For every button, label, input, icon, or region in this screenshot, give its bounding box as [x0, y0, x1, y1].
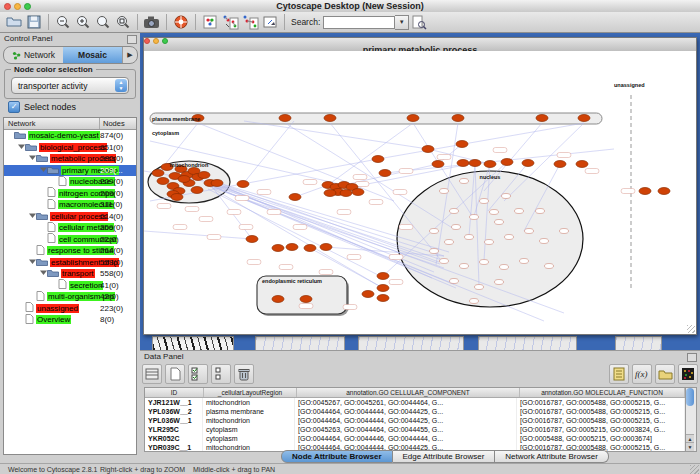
- tab-network-attribute-browser[interactable]: Network Attribute Browser: [495, 450, 608, 463]
- network-node[interactable]: [362, 291, 374, 298]
- network-node[interactable]: [379, 170, 391, 177]
- network-node[interactable]: [324, 115, 336, 122]
- expander-icon[interactable]: [29, 258, 36, 267]
- tab-overflow-arrow[interactable]: ▶: [122, 47, 137, 63]
- network-node[interactable]: [324, 190, 336, 197]
- tree-row-nitrogen-compo[interactable]: nitrogen compo209(0): [4, 188, 136, 200]
- table-col-header[interactable]: ID: [145, 388, 204, 397]
- scroll-down-icon[interactable]: ▼: [686, 442, 694, 451]
- float-panel-icon[interactable]: [127, 35, 137, 44]
- network-node[interactable]: [157, 178, 169, 185]
- zoom-fit-icon[interactable]: [113, 13, 133, 31]
- network-node[interactable]: [452, 225, 461, 230]
- network-node[interactable]: [246, 236, 258, 243]
- network-node[interactable]: [198, 172, 210, 179]
- network-node[interactable]: [560, 229, 569, 234]
- view-minimize-button[interactable]: [153, 38, 159, 44]
- tree-row-cell-communicat[interactable]: cell communicat22(0): [4, 234, 136, 246]
- network-node[interactable]: [536, 209, 545, 214]
- network-node[interactable]: [377, 295, 389, 302]
- network-node[interactable]: [457, 160, 469, 167]
- network-node[interactable]: [300, 296, 312, 303]
- tree-row-transport[interactable]: transport558(0): [4, 268, 136, 280]
- network-node[interactable]: [536, 115, 548, 122]
- network-node[interactable]: [422, 146, 434, 153]
- tree-row-primary-metabo[interactable]: primary metabo209(...: [4, 165, 136, 177]
- tree-row-nucleobase-[interactable]: nucleobase-209(0): [4, 176, 136, 188]
- zoom-button[interactable]: [24, 3, 31, 10]
- region-plasma-membrane[interactable]: [150, 113, 602, 124]
- network-node[interactable]: [495, 220, 504, 225]
- search-input[interactable]: [323, 16, 395, 29]
- tree-row-overview[interactable]: Overview8(0): [4, 314, 136, 326]
- tree-row-mosaic-demo-yeast[interactable]: mosaic-demo-yeast874(0): [4, 130, 136, 142]
- network-node[interactable]: [525, 229, 534, 234]
- view-resize-grip[interactable]: [687, 325, 695, 333]
- network-node[interactable]: [304, 245, 316, 252]
- table-row[interactable]: YPL036W__2plasma membrane[GO:0044464, GO…: [145, 407, 685, 416]
- zoom-selected-icon[interactable]: [93, 13, 113, 31]
- node-color-combo[interactable]: transporter activity ▲▼: [11, 77, 129, 94]
- network-node[interactable]: [272, 245, 284, 252]
- network-node[interactable]: [191, 187, 203, 194]
- network-node[interactable]: [470, 215, 479, 220]
- network-node[interactable]: [211, 180, 223, 187]
- network-node[interactable]: [440, 259, 449, 264]
- create-view-icon[interactable]: [220, 13, 240, 31]
- network-node[interactable]: [460, 264, 469, 269]
- network-node[interactable]: [540, 239, 549, 244]
- network-node[interactable]: [469, 160, 481, 167]
- new-attribute-icon[interactable]: [165, 364, 185, 384]
- unselect-attributes-icon[interactable]: [211, 364, 231, 384]
- attribute-batch-icon[interactable]: [609, 364, 629, 384]
- network-node[interactable]: [522, 160, 534, 167]
- combo-stepper-icon[interactable]: ▲▼: [115, 79, 127, 92]
- network-node[interactable]: [432, 161, 444, 168]
- network-node[interactable]: [279, 115, 291, 122]
- destroy-view-icon[interactable]: [240, 13, 260, 31]
- network-node[interactable]: [475, 285, 484, 290]
- tree-row-multi-organism-pro[interactable]: multi-organism pro42(0): [4, 291, 136, 303]
- tree-row-establishment-of-lo[interactable]: establishment of lo558(0): [4, 257, 136, 269]
- chevron-down-icon[interactable]: ▼: [395, 15, 409, 30]
- network-panel-icon[interactable]: [200, 13, 220, 31]
- network-node[interactable]: [320, 244, 332, 251]
- tab-network[interactable]: Network: [4, 47, 63, 63]
- view-zoom-button[interactable]: [162, 38, 168, 44]
- tab-mosaic[interactable]: Mosaic: [63, 47, 122, 63]
- tree-row-secretion[interactable]: secretion41(0): [4, 280, 136, 292]
- tab-node-attribute-browser[interactable]: Node Attribute Browser: [281, 450, 393, 463]
- network-node[interactable]: [372, 156, 384, 163]
- network-node[interactable]: [480, 199, 489, 204]
- network-node[interactable]: [430, 229, 439, 234]
- tree-col-nodes[interactable]: Nodes: [103, 119, 125, 128]
- minimize-button[interactable]: [14, 3, 21, 10]
- table-row[interactable]: YJR121W__1mitochondrion[GO:0045267, GO:0…: [145, 398, 685, 407]
- table-col-header[interactable]: annotation.GO CELLULAR_COMPONENT: [297, 388, 520, 397]
- network-node[interactable]: [485, 240, 494, 245]
- network-node[interactable]: [470, 299, 479, 304]
- network-node[interactable]: [272, 296, 284, 303]
- network-node[interactable]: [377, 285, 389, 292]
- tree-row-unassigned[interactable]: unassigned223(0): [4, 303, 136, 315]
- close-button[interactable]: [4, 3, 11, 10]
- network-node[interactable]: [658, 188, 670, 195]
- network-node[interactable]: [490, 210, 499, 215]
- network-node[interactable]: [515, 209, 524, 214]
- network-node[interactable]: [500, 265, 509, 270]
- network-node[interactable]: [576, 161, 588, 168]
- network-node[interactable]: [377, 273, 389, 280]
- background-window-fragment[interactable]: [478, 336, 577, 351]
- network-node[interactable]: [452, 115, 464, 122]
- table-row[interactable]: YPL036W__1mitochondrion[GO:0044464, GO:0…: [145, 416, 685, 425]
- select-nodes-checkbox[interactable]: ✓: [8, 101, 20, 113]
- zoom-in-icon[interactable]: [73, 13, 93, 31]
- expander-icon[interactable]: [29, 154, 36, 163]
- expander-icon[interactable]: [40, 269, 47, 278]
- tree-row-metabolic-process[interactable]: metabolic process280(0): [4, 153, 136, 165]
- table-row[interactable]: YKR052Ccytoplasm[GO:0044464, GO:0044446,…: [145, 434, 685, 443]
- expander-icon[interactable]: [18, 143, 25, 152]
- matrix-icon[interactable]: [678, 364, 698, 384]
- network-node[interactable]: [289, 194, 301, 201]
- tree-row-cellular-process[interactable]: cellular process614(0): [4, 211, 136, 223]
